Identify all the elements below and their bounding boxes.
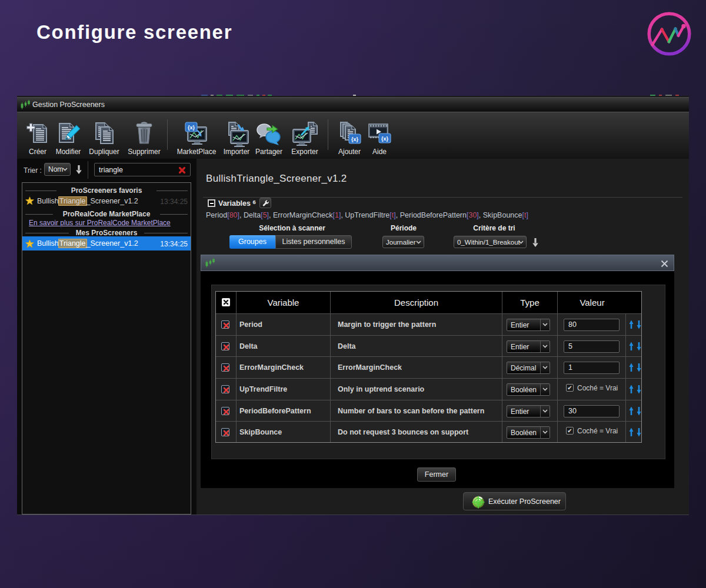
svg-text:{x}: {x}	[381, 136, 389, 142]
svg-text:{x}: {x}	[188, 125, 195, 131]
